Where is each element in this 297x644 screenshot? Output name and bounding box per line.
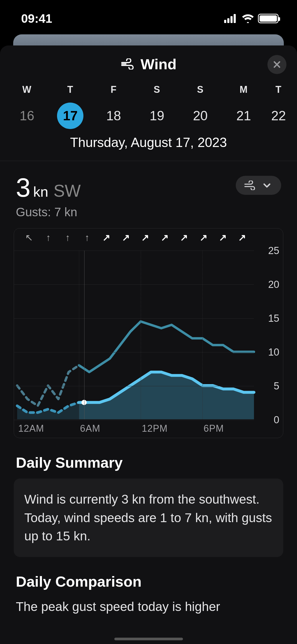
y-tick: 20: [268, 279, 279, 290]
wind-direction-arrow: ↗: [174, 232, 194, 248]
wind-direction-arrow: ↗: [155, 232, 174, 248]
daily-comparison-title: Daily Comparison: [0, 557, 297, 597]
day-number: 18: [100, 103, 127, 129]
wifi-icon: [242, 14, 254, 23]
day-cell-16[interactable]: W16: [5, 84, 49, 129]
day-number: 19: [144, 103, 170, 129]
now-line: [84, 251, 84, 419]
weekday-label: S: [135, 84, 179, 95]
status-time: 09:41: [21, 11, 52, 26]
wind-direction-row: ↖↑↑↑↗↗↗↗↗↗↗↗: [19, 232, 252, 248]
x-tick: 6PM: [204, 423, 224, 434]
day-number: 20: [187, 103, 214, 129]
wind-direction: SW: [54, 181, 81, 201]
day-cell-21[interactable]: M21: [222, 84, 265, 129]
x-tick: 12AM: [18, 423, 44, 434]
status-indicators: [224, 14, 279, 23]
weekday-label: M: [222, 84, 265, 95]
day-cell-18[interactable]: F18: [92, 84, 135, 129]
weekday-label: F: [92, 84, 135, 95]
metric-select-button[interactable]: [236, 176, 281, 195]
current-wind-speed: 3: [16, 174, 31, 201]
y-tick: 10: [268, 347, 279, 358]
close-button[interactable]: [267, 55, 286, 74]
x-tick: 6AM: [80, 423, 100, 434]
daily-summary-title: Daily Summary: [0, 438, 297, 479]
weekday-label: T: [265, 84, 292, 95]
wind-chart[interactable]: ↖↑↑↑↗↗↗↗↗↗↗↗ 252015105012AM6AM12PM6PM: [14, 228, 283, 438]
selected-date-label: Thursday, August 17, 2023: [0, 129, 297, 161]
weekday-label: W: [5, 84, 49, 95]
wind-direction-arrow: ↑: [39, 232, 58, 248]
wind-direction-arrow: ↗: [194, 232, 213, 248]
home-indicator[interactable]: [114, 638, 183, 640]
chevron-down-icon: [261, 181, 273, 190]
sheet-title: Wind: [140, 56, 176, 73]
daily-comparison-text: The peak gust speed today is higher: [0, 597, 297, 616]
wind-direction-arrow: ↖: [19, 232, 39, 248]
cellular-icon: [224, 14, 238, 23]
chart-plot-area: [17, 251, 254, 419]
day-number: 16: [14, 103, 40, 129]
day-cell-17[interactable]: T17: [49, 84, 92, 129]
wind-direction-arrow: ↗: [233, 232, 252, 248]
wind-unit: kn: [33, 183, 48, 200]
day-number: 22: [265, 103, 292, 129]
x-tick: 12PM: [142, 423, 168, 434]
day-number: 17: [57, 103, 83, 129]
weekday-label: S: [179, 84, 222, 95]
wind-detail-sheet: Wind W16T17F18S19S20M21T22 Thursday, Aug…: [0, 45, 297, 644]
close-icon: [272, 60, 281, 69]
wind-direction-arrow: ↗: [136, 232, 155, 248]
y-tick: 25: [268, 245, 279, 256]
wind-direction-arrow: ↗: [213, 232, 232, 248]
wind-direction-arrow: ↗: [97, 232, 116, 248]
day-cell-20[interactable]: S20: [179, 84, 222, 129]
wind-direction-arrow: ↑: [77, 232, 97, 248]
day-cell-22[interactable]: T22: [265, 84, 292, 129]
y-tick: 5: [274, 380, 279, 392]
y-tick: 0: [274, 414, 279, 426]
day-picker[interactable]: W16T17F18S19S20M21T22: [0, 82, 297, 129]
weekday-label: T: [49, 84, 92, 95]
wind-icon: [120, 58, 135, 70]
sheet-header: Wind: [0, 45, 297, 82]
gusts-label: Gusts: 7 kn: [0, 205, 297, 219]
wind-icon: [244, 181, 256, 190]
day-number: 21: [230, 103, 257, 129]
y-tick: 15: [268, 313, 279, 324]
status-bar: 09:41: [0, 0, 297, 37]
battery-icon: [258, 14, 279, 23]
wind-direction-arrow: ↗: [116, 232, 135, 248]
daily-summary-card: Wind is currently 3 kn from the southwes…: [14, 479, 283, 557]
wind-direction-arrow: ↑: [58, 232, 77, 248]
day-cell-19[interactable]: S19: [135, 84, 179, 129]
current-conditions-row: 3 kn SW: [0, 161, 297, 203]
